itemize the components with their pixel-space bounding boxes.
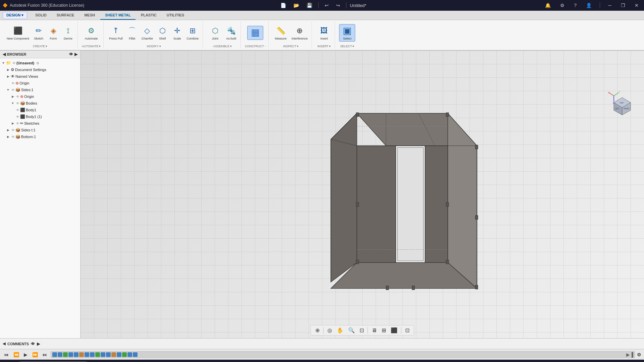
press-pull-btn[interactable]: ⤒ Press Pull (108, 24, 124, 41)
select-btn[interactable]: ▣ Select (339, 24, 355, 42)
fillet-btn[interactable]: ⌒ Fillet (125, 24, 139, 41)
tree-item-bottom1[interactable]: ▶ 👁 📦 Bottom:1 (0, 133, 80, 140)
browser-collapse-icon[interactable]: ◀ (3, 52, 6, 57)
timeline-settings-btn[interactable]: ⚙ (637, 352, 641, 357)
tree-item-named-views[interactable]: ▶ 👁 Named Views (0, 73, 80, 80)
create-form-btn[interactable]: ◈ Form (47, 24, 60, 41)
taskbar-app-orange[interactable]: 🟠 (146, 360, 158, 362)
origin-sides-eye[interactable]: 👁 (16, 95, 19, 99)
tl-item-9[interactable] (95, 352, 100, 357)
measure-btn[interactable]: 📏 Measure (273, 24, 289, 41)
automate-btn[interactable]: ⚙ Automate (83, 24, 99, 41)
view-settings-btn[interactable]: ⬛ (389, 326, 399, 335)
create-group-title[interactable]: CREATE ▾ (33, 44, 47, 48)
tab-plastic[interactable]: PLASTIC (136, 11, 161, 20)
tree-item-root[interactable]: ▼ 📁 👁 (Unsaved) ⚙ (0, 60, 80, 66)
minimize-btn[interactable]: ─ (605, 2, 614, 9)
zoom-btn[interactable]: 🔍 (346, 326, 357, 335)
display-settings-btn[interactable]: 🖥 (370, 326, 379, 335)
browser-expand-icon[interactable]: ▶ (74, 52, 77, 57)
automate-group-title[interactable]: AUTOMATE ▾ (82, 44, 101, 48)
browser-eye-icon[interactable]: 👁 (69, 52, 73, 57)
notifications-btn[interactable]: 🔔 (542, 2, 553, 9)
timeline-prev-btn[interactable]: ⏪ (12, 351, 20, 358)
body1-1-eye[interactable]: 👁 (16, 115, 19, 119)
root-gear[interactable]: ⚙ (36, 61, 39, 65)
insert-group-title[interactable]: INSERT ▾ (317, 44, 331, 48)
timeline-end-btn[interactable]: ⏭ (41, 351, 49, 358)
tl-item-10[interactable] (101, 352, 105, 357)
viewport-canvas[interactable]: TOP LEFT FRONT X Y Z ⊕ ◎ ✋ 🔍 ⊡ 🖥 (80, 51, 644, 338)
tab-solid[interactable]: SOLID (31, 11, 51, 20)
scale-btn[interactable]: ✛ Scale (170, 24, 184, 41)
orbit-btn[interactable]: ⊕ (314, 326, 321, 335)
sketches-eye[interactable]: 👁 (16, 122, 19, 125)
save-btn[interactable]: 💾 (304, 2, 315, 9)
tl-item-3[interactable] (63, 352, 68, 357)
comments-collapse[interactable]: ◀ (3, 342, 5, 346)
insert-img-btn[interactable]: 🖼 Insert (316, 24, 332, 41)
close-btn[interactable]: ✕ (632, 2, 641, 9)
origin-top-eye[interactable]: 👁 (11, 81, 15, 85)
design-dropdown[interactable]: DESIGN ▾ (3, 12, 27, 19)
tl-item-1[interactable] (52, 352, 57, 357)
interference-btn[interactable]: ⊕ Interference (290, 24, 309, 41)
account-btn[interactable]: 👤 (583, 2, 594, 9)
taskbar-app-fusion[interactable]: 🔶 (133, 360, 145, 362)
tl-item-2[interactable] (58, 352, 62, 357)
tab-utilities[interactable]: UTILITIES (162, 11, 189, 20)
bottom1-eye[interactable]: 👁 (11, 135, 15, 139)
construct-btn[interactable]: ▦ (247, 26, 263, 40)
cube-nav[interactable]: TOP LEFT FRONT X Y Z (607, 91, 634, 118)
tl-item-12[interactable] (111, 352, 116, 357)
taskbar-app-chrome[interactable]: 🌐 (119, 360, 131, 362)
viewport[interactable]: TOP LEFT FRONT X Y Z ⊕ ◎ ✋ 🔍 ⊡ 🖥 (80, 51, 644, 338)
tl-item-7[interactable] (85, 352, 89, 357)
tl-item-15[interactable] (127, 352, 132, 357)
redo-btn[interactable]: ↪ (333, 2, 343, 9)
tl-item-14[interactable] (122, 352, 127, 357)
tab-surface[interactable]: SURFACE (52, 11, 79, 20)
select-group-title[interactable]: SELECT ▾ (340, 44, 354, 48)
assemble-group-title[interactable]: ASSEMBLE ▾ (213, 44, 232, 48)
tl-item-5[interactable] (74, 352, 78, 357)
tl-item-16[interactable] (133, 352, 138, 357)
start-btn[interactable]: ⊞ (1, 360, 15, 362)
tree-item-origin-top[interactable]: ▶ 👁 ⊕ Origin (0, 80, 80, 86)
tab-mesh[interactable]: MESH (79, 11, 100, 20)
tl-item-4[interactable] (68, 352, 73, 357)
tree-item-body1[interactable]: 👁 ⬛ Body1 (0, 107, 80, 113)
tl-item-11[interactable] (106, 352, 111, 357)
fit-btn[interactable]: ⊡ (358, 326, 366, 335)
undo-btn[interactable]: ↩ (322, 2, 331, 9)
sides-t1-eye[interactable]: 👁 (11, 128, 15, 132)
restore-btn[interactable]: ❐ (618, 2, 628, 9)
taskbar-app-edge[interactable]: 🔵 (160, 360, 172, 362)
tree-item-sides-t1[interactable]: ▶ 👁 📦 Sides t:1 (0, 127, 80, 133)
tree-item-body1-1[interactable]: 👁 ⬛ Body1 (1) (0, 113, 80, 120)
root-eye[interactable]: 👁 (12, 61, 16, 65)
body1-eye[interactable]: 👁 (16, 108, 19, 112)
comments-eye[interactable]: 👁 (31, 342, 35, 346)
grid-settings-btn[interactable]: ⊞ (380, 326, 388, 335)
comments-expand[interactable]: ▶ (37, 342, 40, 346)
create-sketch-btn[interactable]: ✏ Sketch (32, 24, 45, 41)
taskbar-app-explorer[interactable]: 📁 (106, 360, 118, 362)
derive-btn[interactable]: ⟟ Derive (61, 24, 75, 41)
tl-item-8[interactable] (90, 352, 95, 357)
timeline-start-btn[interactable]: ⏮ (3, 351, 10, 358)
sides1-eye[interactable]: 👁 (11, 88, 15, 92)
new-btn[interactable]: 📄 (278, 2, 289, 9)
tree-item-origin-sides[interactable]: ▶ 👁 ⊕ Origin (0, 93, 80, 100)
timeline-track[interactable]: ▶▐ (51, 351, 635, 358)
help-btn[interactable]: ? (571, 2, 579, 9)
look-at-btn[interactable]: ◎ (326, 326, 334, 335)
timeline-next-btn[interactable]: ⏩ (31, 351, 39, 358)
shell-btn[interactable]: ⬡ Shell (156, 24, 169, 41)
more-btn[interactable]: ⊡ (404, 326, 411, 335)
pan-btn[interactable]: ✋ (335, 326, 345, 335)
taskview-btn[interactable]: ⧉ (91, 360, 105, 362)
joint-btn[interactable]: ⬡ Joint (207, 24, 223, 41)
open-btn[interactable]: 📂 (291, 2, 302, 9)
tl-item-6[interactable] (79, 352, 84, 357)
